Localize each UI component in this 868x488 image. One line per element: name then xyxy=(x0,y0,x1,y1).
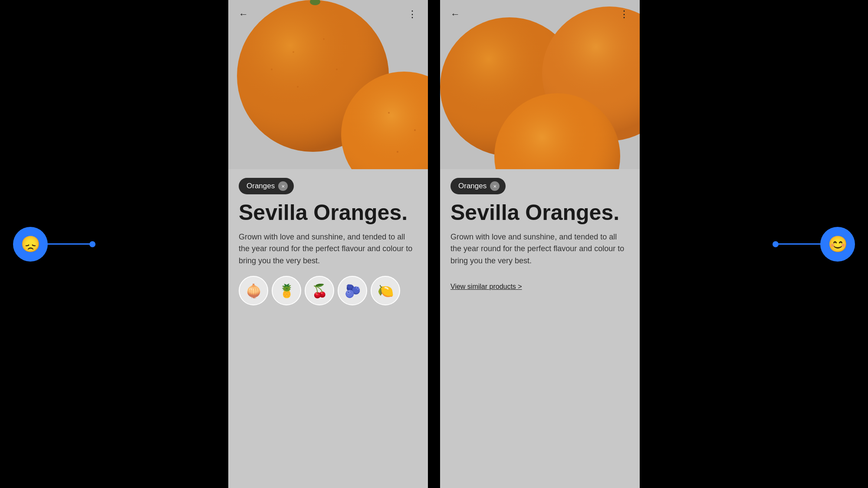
product-description-left: Grown with love and sunshine, and tended… xyxy=(239,231,418,268)
tag-close-left[interactable]: × xyxy=(278,181,288,191)
tag-pill-left: Oranges × xyxy=(239,178,294,194)
related-thumb-3[interactable]: 🍒 xyxy=(305,276,334,305)
happy-face-icon[interactable]: 😊 xyxy=(820,227,855,262)
related-thumb-2[interactable]: 🍍 xyxy=(272,276,301,305)
tag-close-right[interactable]: × xyxy=(490,181,500,191)
product-description-right: Grown with love and sunshine, and tended… xyxy=(450,231,629,268)
right-sentiment-indicator: 😊 xyxy=(773,227,855,262)
svg-point-7 xyxy=(323,38,325,40)
back-button-left[interactable]: ← xyxy=(239,9,248,20)
svg-point-12 xyxy=(414,129,416,131)
tag-pill-right: Oranges × xyxy=(450,178,506,194)
screen-right: ← ⋮ Oranges × Sevilla Oranges. Grown wit… xyxy=(440,0,640,488)
left-sentiment-indicator: 😞 xyxy=(13,227,95,262)
related-thumb-5[interactable]: 🍋 xyxy=(371,276,400,305)
content-area-left: Oranges × Sevilla Oranges. Grown with lo… xyxy=(228,169,428,488)
tag-label-right: Oranges xyxy=(458,182,487,190)
svg-point-11 xyxy=(388,112,390,114)
product-image-right xyxy=(440,0,640,195)
sad-face-icon[interactable]: 😞 xyxy=(13,227,48,262)
tag-label-left: Oranges xyxy=(247,182,275,190)
related-thumb-1[interactable]: 🧅 xyxy=(239,276,268,305)
screen-left: ← ⋮ Oranges × Sevilla Oranges. Grown wit… xyxy=(228,0,428,488)
svg-point-6 xyxy=(293,51,294,53)
svg-point-9 xyxy=(271,69,273,70)
left-sentiment-dot xyxy=(89,241,95,247)
content-area-right: Oranges × Sevilla Oranges. Grown with lo… xyxy=(440,169,640,488)
top-nav-left: ← ⋮ xyxy=(228,0,428,29)
svg-point-10 xyxy=(336,69,338,70)
related-products-left: 🧅 🍍 🍒 🫐 🍋 xyxy=(239,276,418,305)
right-sentiment-line xyxy=(778,243,821,245)
back-button-right[interactable]: ← xyxy=(450,9,460,20)
product-title-right: Sevilla Oranges. xyxy=(450,201,629,224)
app-container: 😞 xyxy=(0,0,868,488)
more-menu-left[interactable]: ⋮ xyxy=(408,9,418,20)
left-sentiment-line xyxy=(47,243,90,245)
product-title-left: Sevilla Oranges. xyxy=(239,201,418,224)
related-thumb-4[interactable]: 🫐 xyxy=(338,276,367,305)
screens-container: ← ⋮ Oranges × Sevilla Oranges. Grown wit… xyxy=(228,0,640,488)
svg-point-8 xyxy=(297,86,299,88)
more-menu-right[interactable]: ⋮ xyxy=(619,9,629,20)
screen-divider xyxy=(432,0,436,488)
svg-point-13 xyxy=(397,151,398,153)
top-nav-right: ← ⋮ xyxy=(440,0,640,29)
product-image-left xyxy=(228,0,428,195)
view-similar-link[interactable]: View similar products > xyxy=(450,283,522,291)
